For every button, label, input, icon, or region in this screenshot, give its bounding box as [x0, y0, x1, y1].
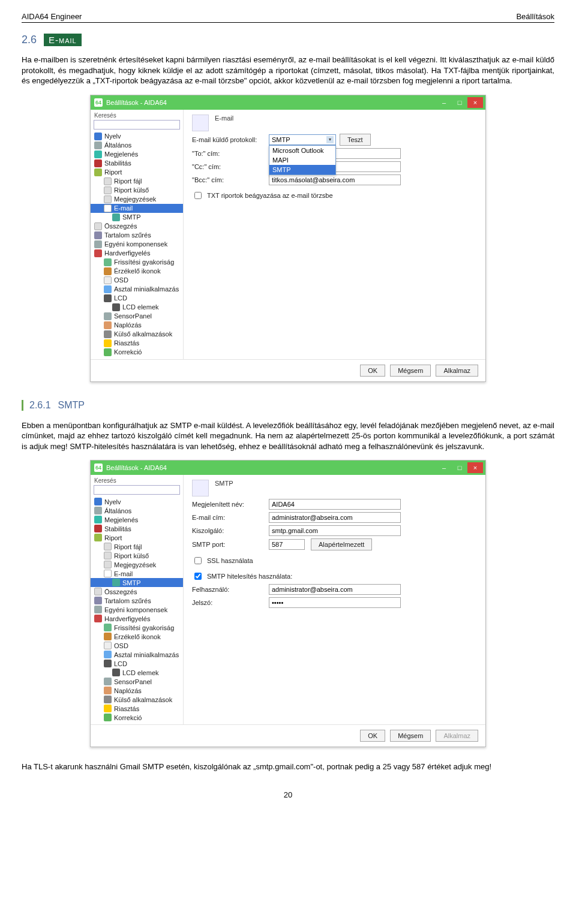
- protocol-dropdown-list[interactable]: Microsoft Outlook MAPI SMTP: [269, 145, 336, 175]
- close-icon[interactable]: ×: [467, 97, 483, 108]
- tree-item[interactable]: Frissítési gyakoriság: [91, 623, 183, 632]
- tree-item-icon: [104, 204, 112, 212]
- tree-item[interactable]: Riasztás: [91, 339, 183, 348]
- protocol-option[interactable]: MAPI: [269, 155, 335, 165]
- tree-item[interactable]: Összegzés: [91, 587, 183, 596]
- ok-button[interactable]: OK: [360, 730, 385, 742]
- server-input[interactable]: [269, 525, 401, 536]
- tree-item[interactable]: Megjegyzések: [91, 195, 183, 204]
- tree-item[interactable]: Tartalom szűrés: [91, 596, 183, 605]
- settings-tree[interactable]: Keresés NyelvÁltalánosMegjelenésStabilit…: [91, 110, 184, 359]
- tree-item-label: Riasztás: [114, 705, 139, 712]
- cancel-button[interactable]: Mégsem: [390, 365, 431, 377]
- tree-item[interactable]: SensorPanel: [91, 677, 183, 686]
- tree-item[interactable]: Riport: [91, 533, 183, 542]
- tree-item[interactable]: Riport fájl: [91, 542, 183, 551]
- test-button[interactable]: Teszt: [340, 134, 371, 146]
- chevron-down-icon[interactable]: ▾: [326, 136, 334, 143]
- username-input[interactable]: [269, 584, 401, 595]
- tree-item[interactable]: Hardverfigyelés: [91, 614, 183, 623]
- tree-search-input[interactable]: [94, 485, 180, 495]
- tree-search-input[interactable]: [94, 120, 180, 130]
- port-label: SMTP port:: [192, 541, 263, 548]
- tree-item[interactable]: Riport: [91, 168, 183, 177]
- tree-item[interactable]: Asztal minialkalmazás: [91, 285, 183, 294]
- tree-item-icon: [94, 507, 102, 514]
- port-input[interactable]: [269, 539, 305, 550]
- tree-item[interactable]: SMTP: [91, 578, 183, 587]
- settings-tree[interactable]: Keresés NyelvÁltalánosMegjelenésStabilit…: [91, 475, 184, 724]
- tree-item[interactable]: Megjelenés: [91, 515, 183, 524]
- tree-item-icon: [104, 651, 112, 658]
- tree-item-icon: [94, 606, 102, 613]
- email-input[interactable]: [269, 512, 401, 523]
- smtp-auth-label: SMTP hitelesítés használata:: [207, 573, 292, 580]
- screenshot-smtp-panel: 64 Beállítások - AIDA64 – □ × Keresés Ny…: [90, 460, 486, 747]
- tree-item-label: SMTP: [122, 213, 141, 221]
- ssl-checkbox[interactable]: [194, 557, 202, 564]
- tree-item[interactable]: OSD: [91, 641, 183, 650]
- tree-item[interactable]: Érzékelő ikonok: [91, 267, 183, 276]
- cancel-button[interactable]: Mégsem: [390, 730, 431, 742]
- close-icon[interactable]: ×: [467, 462, 483, 473]
- tree-item[interactable]: Megjegyzések: [91, 560, 183, 569]
- password-input[interactable]: [269, 597, 401, 608]
- minimize-icon[interactable]: –: [436, 97, 452, 108]
- tree-item[interactable]: LCD elemek: [91, 668, 183, 677]
- tree-item[interactable]: Összegzés: [91, 222, 183, 231]
- tree-item[interactable]: Naplózás: [91, 321, 183, 330]
- tree-item[interactable]: Riport külső: [91, 551, 183, 560]
- tree-item[interactable]: Általános: [91, 506, 183, 515]
- tree-item-label: Tartalom szűrés: [104, 597, 151, 604]
- tree-item[interactable]: Megjelenés: [91, 150, 183, 159]
- tree-item[interactable]: Tartalom szűrés: [91, 231, 183, 240]
- tree-item[interactable]: Érzékelő ikonok: [91, 632, 183, 641]
- tree-item[interactable]: Hardverfigyelés: [91, 249, 183, 258]
- ok-button[interactable]: OK: [360, 365, 385, 377]
- tree-item[interactable]: Nyelv: [91, 497, 183, 506]
- tree-item[interactable]: E-mail: [91, 204, 183, 213]
- tree-item[interactable]: E-mail: [91, 569, 183, 578]
- tree-item-label: LCD elemek: [122, 303, 159, 311]
- tree-item-icon: [94, 222, 102, 230]
- maximize-icon[interactable]: □: [452, 97, 467, 108]
- tree-item[interactable]: Riport fájl: [91, 177, 183, 186]
- apply-button[interactable]: Alkalmaz: [436, 730, 478, 742]
- tree-item[interactable]: Stabilitás: [91, 524, 183, 533]
- maximize-icon[interactable]: □: [452, 462, 467, 473]
- smtp-auth-checkbox[interactable]: [194, 573, 202, 580]
- tree-item[interactable]: Nyelv: [91, 132, 183, 141]
- tree-item[interactable]: LCD: [91, 659, 183, 668]
- tree-item[interactable]: Naplózás: [91, 686, 183, 695]
- tree-item[interactable]: SensorPanel: [91, 312, 183, 321]
- txt-embed-checkbox[interactable]: [194, 192, 202, 199]
- protocol-option[interactable]: SMTP: [269, 165, 335, 174]
- tree-item[interactable]: Egyéni komponensek: [91, 240, 183, 249]
- tree-item[interactable]: Riasztás: [91, 704, 183, 713]
- tree-item[interactable]: SMTP: [91, 213, 183, 222]
- minimize-icon[interactable]: –: [436, 462, 452, 473]
- tree-item[interactable]: Frissítési gyakoriság: [91, 258, 183, 267]
- tree-item[interactable]: Általános: [91, 141, 183, 150]
- displayname-input[interactable]: [269, 499, 401, 510]
- tree-item[interactable]: Asztal minialkalmazás: [91, 650, 183, 659]
- tree-item-label: Összegzés: [104, 588, 137, 595]
- tree-item[interactable]: LCD elemek: [91, 303, 183, 312]
- tree-item[interactable]: Külső alkalmazások: [91, 695, 183, 704]
- tree-item[interactable]: Stabilitás: [91, 159, 183, 168]
- tree-item-icon: [104, 543, 112, 550]
- tree-item[interactable]: Külső alkalmazások: [91, 330, 183, 339]
- tree-item[interactable]: OSD: [91, 276, 183, 285]
- mail-large-icon: [192, 115, 209, 131]
- tree-item[interactable]: Riport külső: [91, 186, 183, 195]
- tree-item[interactable]: Egyéni komponensek: [91, 605, 183, 614]
- bcc-input[interactable]: [269, 174, 401, 185]
- tree-item[interactable]: LCD: [91, 294, 183, 303]
- tree-item-label: Asztal minialkalmazás: [114, 285, 179, 293]
- section-2-6-paragraph: Ha e-mailben is szeretnénk értesítéseket…: [22, 55, 554, 86]
- tree-item[interactable]: Korrekció: [91, 348, 183, 357]
- apply-button[interactable]: Alkalmaz: [436, 365, 478, 377]
- default-port-button[interactable]: Alapértelmezett: [311, 538, 372, 550]
- protocol-option[interactable]: Microsoft Outlook: [269, 146, 335, 155]
- tree-item[interactable]: Korrekció: [91, 713, 183, 722]
